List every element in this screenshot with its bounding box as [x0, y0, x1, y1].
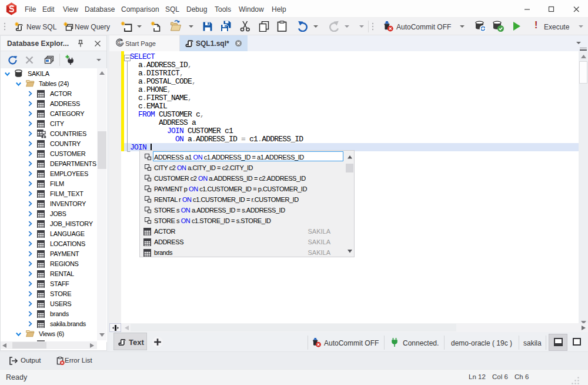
svg-text:1: 1: [118, 40, 121, 45]
